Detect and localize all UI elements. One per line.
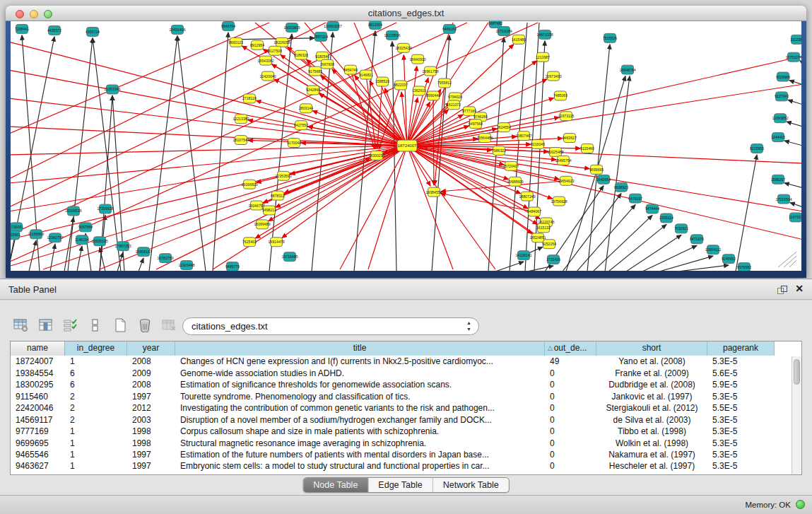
graph-node[interactable]: 17359928 [97, 204, 113, 214]
column-header-name[interactable]: name [11, 341, 65, 356]
column-header-title[interactable]: title [175, 341, 545, 356]
table-row[interactable]: 1872400712008Changes of HCN gene express… [11, 356, 801, 367]
table-row[interactable]: 1938455462009Genome-wide association stu… [11, 368, 801, 379]
graph-node[interactable]: 2935114 [659, 214, 673, 223]
table-cell[interactable]: 2009 [127, 368, 175, 379]
scrollbar-thumb[interactable] [794, 359, 800, 385]
delete-attributes-icon[interactable] [136, 317, 153, 334]
graph-node[interactable]: 9097588 [78, 223, 93, 232]
graph-node[interactable]: 19384554 [425, 187, 442, 197]
table-cell[interactable]: 0 [545, 402, 596, 414]
table-cell[interactable]: 1 [65, 460, 127, 472]
table-row[interactable]: 2242004622012Investigating the contribut… [11, 402, 801, 414]
table-cell[interactable]: 1 [65, 449, 127, 460]
graph-node[interactable]: 16958107 [135, 247, 151, 257]
graph-node[interactable]: 7485063 [553, 91, 567, 100]
graph-node[interactable]: 1244415 [771, 133, 785, 142]
column-header-out_de[interactable]: △out_de... [545, 341, 596, 356]
graph-node[interactable]: 2718126 [242, 94, 257, 103]
graph-node[interactable]: 16914479 [268, 238, 284, 247]
graph-node[interactable]: 9115460 [580, 144, 594, 153]
graph-node[interactable]: 18495794 [555, 156, 571, 165]
graph-node[interactable]: 19716485 [281, 252, 298, 262]
graph-node[interactable]: 18107544 [233, 136, 249, 145]
column-header-year[interactable]: year [127, 341, 175, 356]
table-cell[interactable]: Changes of HCN gene expression and I(f) … [175, 356, 545, 367]
table-cell[interactable]: 5.3E-5 [707, 414, 775, 426]
graph-node[interactable]: 17016504 [775, 194, 792, 204]
table-cell[interactable]: 2 [65, 414, 127, 426]
graph-node[interactable]: 9127508 [268, 46, 282, 55]
graph-node[interactable]: 3624554 [497, 123, 511, 132]
graph-node[interactable]: 12093852 [772, 114, 788, 123]
graph-node[interactable]: 1615480 [512, 35, 526, 44]
table-settings-icon[interactable] [13, 317, 30, 334]
graph-node[interactable]: 1145194 [75, 235, 89, 245]
graph-node[interactable]: 4355724 [86, 27, 100, 36]
table-cell[interactable]: Genome-wide association studies in ADHD. [175, 368, 545, 379]
graph-node[interactable]: 10973493 [545, 71, 561, 81]
table-cell[interactable]: Wolkin et al. (1998) [596, 438, 707, 449]
table-row[interactable]: 1456911722003Disruption of a novel membe… [11, 414, 801, 426]
graph-node[interactable]: 21053346 [104, 85, 120, 94]
graph-node[interactable]: 8938923 [614, 182, 628, 192]
table-cell[interactable]: 1997 [127, 460, 175, 472]
select-columns-icon[interactable] [37, 317, 54, 334]
graph-node[interactable]: 17957253 [114, 242, 131, 251]
table-cell[interactable]: 0 [545, 391, 596, 402]
table-cell[interactable]: 2 [65, 402, 127, 414]
window-titlebar[interactable]: citations_edges.txt [6, 6, 806, 21]
graph-node[interactable]: 9227343 [775, 92, 789, 101]
table-cell[interactable]: 18300295 [11, 379, 65, 390]
table-select-dropdown[interactable]: citations_edges.txt ▲▼ [182, 317, 479, 335]
graph-node[interactable]: 8454749 [343, 65, 358, 74]
graph-node[interactable]: 9252254 [542, 240, 556, 249]
node-table[interactable]: namein_degreeyeartitle△out_de...shortpag… [10, 341, 802, 475]
table-cell[interactable]: 9465546 [11, 449, 65, 460]
close-panel-icon[interactable]: ✕ [795, 283, 804, 294]
graph-node[interactable]: 11156869 [28, 230, 44, 239]
graph-node[interactable]: 4435572 [47, 25, 61, 35]
table-cell[interactable]: 5.3E-5 [707, 460, 775, 472]
graph-node[interactable]: 12353593 [275, 171, 291, 180]
table-cell[interactable]: 2008 [127, 379, 175, 390]
graph-node[interactable]: 18724007 [397, 140, 417, 151]
graph-node[interactable]: 20206536 [65, 206, 81, 216]
graph-node[interactable]: 9376582 [737, 263, 751, 271]
graph-node[interactable]: 9170044 [287, 139, 301, 148]
graph-node[interactable]: 18226058 [273, 37, 290, 47]
graph-node[interactable]: 2803144 [299, 104, 313, 113]
table-cell[interactable]: Stergiakouli et al. (2012) [596, 402, 707, 414]
table-cell[interactable]: Jankovic et al. (1997) [596, 391, 707, 402]
graph-node[interactable]: 8427552 [294, 121, 308, 130]
graph-node[interactable]: 10688609 [507, 177, 523, 186]
column-header-in_degree[interactable]: in_degree [65, 341, 127, 356]
graph-node[interactable]: 1615132 [536, 223, 551, 233]
graph-node[interactable]: 9245652 [722, 255, 736, 264]
table-cell[interactable]: 49 [545, 356, 596, 367]
graph-node[interactable]: 12213383 [233, 115, 249, 124]
graph-node[interactable]: 18300295 [368, 151, 384, 160]
graph-node[interactable]: 1599297 [771, 175, 785, 184]
table-cell[interactable]: 5.5E-5 [707, 402, 775, 414]
table-cell[interactable]: 5.3E-5 [707, 449, 775, 460]
graph-node[interactable]: 20691406 [169, 25, 185, 34]
float-panel-icon[interactable] [777, 285, 788, 295]
table-vertical-scrollbar[interactable] [792, 356, 801, 475]
table-cell[interactable]: 18724007 [11, 356, 65, 367]
graph-node[interactable]: 6466160 [442, 24, 457, 33]
graph-node[interactable]: 8912954 [250, 40, 264, 49]
graph-node[interactable]: 6497568 [469, 119, 483, 129]
graph-node[interactable]: 7955812 [437, 78, 452, 88]
table-cell[interactable]: 2012 [127, 402, 175, 414]
table-cell[interactable]: 0 [545, 460, 596, 472]
table-cell[interactable]: 9777169 [11, 426, 65, 437]
graph-node[interactable]: 7515526 [603, 33, 617, 42]
table-cell[interactable]: 9115460 [11, 391, 65, 402]
table-row[interactable]: 977716911998Corpus callosum shape and si… [11, 426, 801, 437]
graph-node[interactable]: 9175685 [308, 66, 322, 76]
table-cell[interactable]: 5.3E-5 [707, 391, 775, 402]
graph-node[interactable]: 16033809 [283, 23, 300, 32]
table-cell[interactable]: 1 [65, 356, 127, 367]
table-cell[interactable]: 5.9E-5 [707, 379, 775, 390]
